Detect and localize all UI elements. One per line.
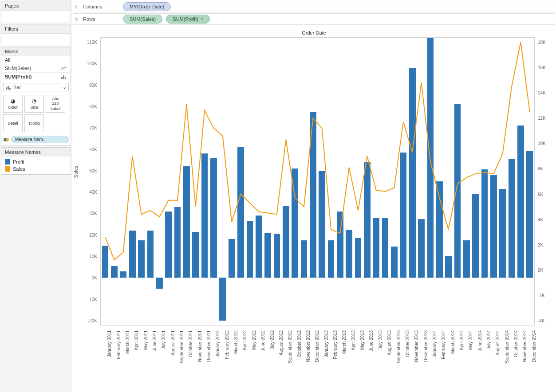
x-tick: December 2014 <box>532 330 536 362</box>
x-tick: April 2014 <box>459 330 464 350</box>
y-tick-left: 30K <box>79 211 97 216</box>
y-tick-left: -10K <box>79 297 97 302</box>
x-tick: December 2013 <box>423 330 428 362</box>
y-tick-right: -2K <box>538 293 556 298</box>
y-tick-right: 8K <box>538 166 556 171</box>
pages-label: Pages <box>1 1 71 11</box>
marks-title: Marks <box>1 47 71 56</box>
x-tick: March 2011 <box>125 330 130 354</box>
y-tick-left: 0K <box>79 275 97 280</box>
line-series <box>101 38 534 325</box>
measure-names-pill[interactable]: Measure Nam.. <box>11 136 69 143</box>
x-tick: August 2011 <box>170 330 175 355</box>
y-tick-right: 12K <box>538 116 556 121</box>
y-tick-left: 50K <box>79 168 97 173</box>
y-tick-right: 2K <box>538 242 556 247</box>
color-encoding[interactable]: ◕Color <box>3 95 23 113</box>
y-tick-left: 100K <box>79 61 97 66</box>
svg-rect-2 <box>65 77 66 79</box>
x-tick: March 2012 <box>233 330 238 354</box>
svg-rect-1 <box>63 75 64 79</box>
rows-pill-profit[interactable]: SUM(Profit)▾ <box>166 15 209 24</box>
svg-rect-0 <box>61 77 63 79</box>
x-tick: April 2012 <box>242 330 247 350</box>
x-tick: May 2013 <box>360 330 365 350</box>
y-tick-left: 70K <box>79 125 97 130</box>
y-tick-left: 90K <box>79 82 97 87</box>
x-tick: June 2012 <box>260 330 265 351</box>
x-tick: February 2012 <box>225 330 229 359</box>
y-tick-right: 0K <box>538 267 556 272</box>
label-icon: Abc123 <box>52 97 59 106</box>
y-tick-right: 10K <box>538 141 556 146</box>
marks-all[interactable]: All <box>1 56 71 64</box>
marks-sum-sales[interactable]: SUM(Sales) <box>1 64 71 73</box>
columns-shelf[interactable]: ⦀Columns MY(Order Date) <box>73 1 555 12</box>
bars-icon <box>5 85 12 90</box>
filters-label: Filters <box>1 24 71 34</box>
x-tick: August 2014 <box>495 330 500 355</box>
x-tick: February 2014 <box>441 330 446 359</box>
y-tick-left: 10K <box>79 254 97 259</box>
tooltip-encoding[interactable]: Tooltip <box>24 114 44 132</box>
x-tick: July 2011 <box>161 330 166 349</box>
legend-swatch <box>5 159 10 165</box>
size-encoding[interactable]: ◔Size <box>24 95 44 113</box>
svg-rect-5 <box>9 88 11 90</box>
legend-item-sales[interactable]: Sales <box>5 165 67 172</box>
x-tick: August 2013 <box>387 330 392 355</box>
x-tick: January 2014 <box>432 330 437 357</box>
y-tick-left: 40K <box>79 190 97 195</box>
x-tick: July 2013 <box>378 330 383 349</box>
legend-item-profit[interactable]: Profit <box>5 158 67 165</box>
legend-title: Measure Names <box>1 148 71 157</box>
columns-icon: ⦀ <box>75 4 81 9</box>
y-tick-right: -4K <box>538 318 556 323</box>
rows-shelf[interactable]: ≡Rows SUM(Sales) SUM(Profit)▾ <box>73 13 555 25</box>
label-encoding[interactable]: Abc123Label <box>46 95 65 113</box>
y-axis-left-label: Sales <box>73 166 79 178</box>
x-tick: November 2013 <box>414 330 419 362</box>
x-tick: April 2013 <box>351 330 356 350</box>
color-indicator-icon <box>3 137 9 143</box>
x-tick: October 2014 <box>513 330 518 357</box>
x-tick: November 2014 <box>522 330 527 362</box>
x-tick: June 2014 <box>477 330 482 351</box>
y-tick-left: 60K <box>79 147 97 152</box>
y-tick-right: 16K <box>538 65 556 70</box>
x-tick: June 2011 <box>152 330 157 351</box>
detail-encoding[interactable]: Detail <box>3 114 23 132</box>
x-tick: February 2013 <box>333 330 338 359</box>
marks-card: Marks All SUM(Sales) SUM(Profit) Bar ⌄ ◕… <box>1 47 71 145</box>
line-icon <box>61 66 67 71</box>
svg-rect-4 <box>8 86 9 90</box>
svg-rect-3 <box>6 87 7 90</box>
pages-shelf[interactable]: Pages <box>1 1 71 22</box>
x-tick: September 2014 <box>505 330 509 363</box>
x-tick: December 2011 <box>206 330 211 362</box>
columns-pill-orderdate[interactable]: MY(Order Date) <box>123 2 171 11</box>
marks-sum-profit[interactable]: SUM(Profit) <box>1 73 71 81</box>
mark-type-select[interactable]: Bar ⌄ <box>3 83 69 91</box>
chevron-down-icon: ▾ <box>201 17 203 21</box>
x-tick: November 2012 <box>306 330 311 362</box>
y-tick-left: -20K <box>79 318 97 323</box>
x-tick: October 2012 <box>297 330 302 357</box>
filters-shelf[interactable]: Filters <box>1 24 71 45</box>
legend-card: Measure Names Profit Sales <box>1 147 71 175</box>
y-tick-right: 18K <box>538 40 556 45</box>
x-tick: May 2012 <box>252 330 256 350</box>
x-tick: July 2014 <box>486 330 491 349</box>
x-tick: September 2011 <box>179 330 184 363</box>
chevron-down-icon: ⌄ <box>63 84 67 90</box>
x-tick: October 2011 <box>188 330 193 357</box>
mark-type-label: Bar <box>13 85 21 90</box>
x-tick: June 2013 <box>369 330 374 351</box>
rows-pill-sales[interactable]: SUM(Sales) <box>123 15 162 24</box>
chart-plot[interactable]: Sales Profit -20K-10K0K10K20K30K40K50K60… <box>100 37 535 325</box>
color-icon: ◕ <box>11 98 15 104</box>
y-tick-left: 80K <box>79 104 97 109</box>
x-tick: January 2013 <box>324 330 329 357</box>
x-tick: October 2013 <box>405 330 410 357</box>
svg-point-7 <box>5 138 9 141</box>
